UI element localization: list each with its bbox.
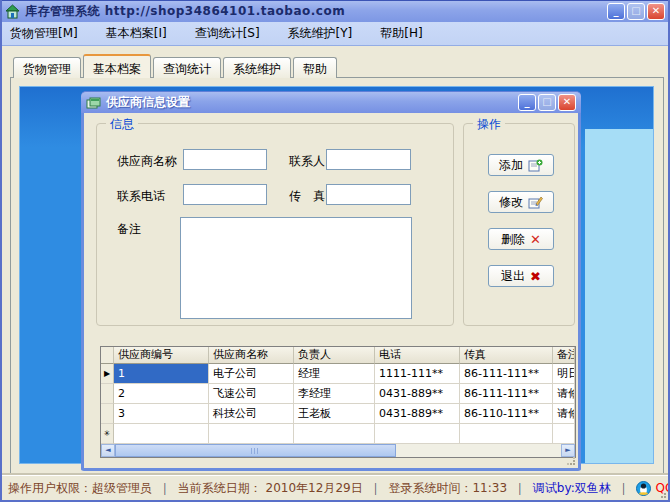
dialog-body: 信息 供应商名称 联系人 联系电话 传 真 备注 操作 添加 — [84, 113, 578, 468]
grid-col-phone[interactable]: 电话 — [375, 347, 460, 364]
form-icon — [86, 97, 101, 109]
grid-col-fax[interactable]: 传真 — [460, 347, 553, 364]
tabstrip: 货物管理 基本档案 查询统计 系统维护 帮助 — [13, 57, 339, 78]
row-current-marker[interactable]: ▶ — [101, 364, 114, 384]
ops-groupbox: 操作 添加 — [463, 123, 575, 326]
grid-header-row: 供应商编号 供应商名称 负责人 电话 传真 备注 — [101, 347, 575, 364]
scroll-left-arrow-icon[interactable]: ◄ — [101, 444, 115, 457]
grid-cell[interactable]: 明日 — [553, 364, 575, 384]
grid-cell[interactable]: 2 — [114, 384, 209, 404]
grid-cell[interactable]: 3 — [114, 404, 209, 424]
tab-query[interactable]: 查询统计 — [153, 57, 221, 78]
grid-col-remark[interactable]: 备注 — [553, 347, 575, 364]
grid-cell[interactable]: 0431-889** — [375, 404, 460, 424]
add-button[interactable]: 添加 — [488, 154, 554, 176]
delete-button[interactable]: 删除 ✕ — [488, 228, 554, 250]
grid-horizontal-scrollbar[interactable]: ◄ ► — [101, 444, 575, 457]
contact-input[interactable] — [326, 149, 411, 170]
grid-cell[interactable]: 请修 — [553, 384, 575, 404]
grid-cell[interactable] — [114, 424, 209, 444]
dialog-maximize-button[interactable]: □ — [538, 94, 556, 111]
modify-icon — [528, 196, 543, 209]
table-row: 2 飞速公司 李经理 0431-889** 86-111-111** 请修 — [101, 384, 575, 404]
grid-cell[interactable]: 科技公司 — [209, 404, 294, 424]
tab-system[interactable]: 系统维护 — [223, 57, 291, 78]
home-icon — [5, 4, 20, 19]
dialog-titlebar[interactable]: 供应商信息设置 _ □ ✕ — [81, 91, 581, 113]
scroll-right-arrow-icon[interactable]: ► — [561, 444, 575, 457]
grid-cell[interactable]: 1111-111** — [375, 364, 460, 384]
grid-cell[interactable]: 飞速公司 — [209, 384, 294, 404]
menu-query[interactable]: 查询统计[S] — [195, 25, 260, 42]
ops-group-label: 操作 — [473, 116, 505, 133]
exit-icon: ✖ — [530, 270, 541, 283]
status-separator: ｜ — [159, 480, 171, 497]
delete-icon: ✕ — [530, 233, 541, 246]
exit-button-label: 退出 — [501, 268, 525, 285]
remark-textarea[interactable] — [180, 217, 412, 319]
row-new-marker[interactable]: ✳ — [101, 424, 114, 444]
grid-cell[interactable] — [460, 424, 553, 444]
menu-system[interactable]: 系统维护[Y] — [288, 25, 353, 42]
supplier-dialog: 供应商信息设置 _ □ ✕ 信息 供应商名称 联系人 联系电话 传 真 — [81, 91, 581, 471]
grid-cell[interactable]: 0431-889** — [375, 384, 460, 404]
row-selector[interactable] — [101, 384, 114, 404]
status-permission: 操作用户权限：超级管理员 — [8, 480, 152, 497]
dialog-minimize-button[interactable]: _ — [518, 94, 536, 111]
status-separator: ｜ — [618, 480, 630, 497]
fax-label: 传 真 — [289, 188, 325, 205]
close-button[interactable]: ✕ — [647, 3, 665, 20]
grid-cell[interactable]: 经理 — [294, 364, 375, 384]
grid-cell[interactable]: 1 — [114, 364, 209, 384]
grid-col-supplier-id[interactable]: 供应商编号 — [114, 347, 209, 364]
grid-cell[interactable]: 86-111-111** — [460, 384, 553, 404]
info-group-label: 信息 — [106, 116, 138, 133]
status-login-time: 登录系统时间：11:33 — [388, 480, 507, 497]
grid-cell[interactable] — [209, 424, 294, 444]
supplier-name-label: 供应商名称 — [117, 153, 177, 170]
status-separator: ｜ — [370, 480, 382, 497]
status-separator: ｜ — [514, 480, 526, 497]
menu-archives[interactable]: 基本档案[I] — [106, 25, 167, 42]
menu-help[interactable]: 帮助[H] — [380, 25, 422, 42]
maximize-button[interactable]: □ — [627, 3, 645, 20]
tab-goods[interactable]: 货物管理 — [13, 57, 81, 78]
scrollbar-thumb[interactable] — [115, 444, 396, 457]
dialog-close-button[interactable]: ✕ — [558, 94, 576, 111]
status-qq: QQ:287307421 — [655, 481, 668, 495]
phone-input[interactable] — [183, 184, 267, 205]
scrollbar-track[interactable] — [115, 444, 561, 457]
exit-button[interactable]: 退出 ✖ — [488, 265, 554, 287]
info-groupbox: 信息 供应商名称 联系人 联系电话 传 真 备注 — [96, 123, 454, 326]
supplier-name-input[interactable] — [183, 149, 267, 170]
grid-col-manager[interactable]: 负责人 — [294, 347, 375, 364]
grid-cell[interactable]: 李经理 — [294, 384, 375, 404]
status-debug-author: 调试by:双鱼林 — [533, 480, 611, 497]
content-background-light — [585, 129, 653, 463]
menubar: 货物管理[M] 基本档案[I] 查询统计[S] 系统维护[Y] 帮助[H] — [0, 22, 670, 46]
grid-col-supplier-name[interactable]: 供应商名称 — [209, 347, 294, 364]
grid-cell[interactable]: 王老板 — [294, 404, 375, 424]
phone-label: 联系电话 — [117, 188, 165, 205]
main-titlebar[interactable]: 库存管理系统 http://shop34864101.taobao.com _ … — [0, 0, 670, 22]
grid-cell[interactable]: 86-111-111** — [460, 364, 553, 384]
statusbar-resize-grip[interactable] — [664, 496, 666, 498]
tab-archives[interactable]: 基本档案 — [83, 54, 151, 78]
fax-input[interactable] — [326, 184, 411, 205]
grid-cell[interactable] — [375, 424, 460, 444]
contact-label: 联系人 — [289, 153, 325, 170]
modify-button[interactable]: 修改 — [488, 191, 554, 213]
grid-cell[interactable]: 请修 — [553, 404, 575, 424]
grid-cell[interactable] — [553, 424, 575, 444]
table-row: 3 科技公司 王老板 0431-889** 86-110-111** 请修 — [101, 404, 575, 424]
row-selector[interactable] — [101, 404, 114, 424]
menu-goods[interactable]: 货物管理[M] — [10, 25, 78, 42]
grid-cell[interactable]: 电子公司 — [209, 364, 294, 384]
tab-page: 供应商信息设置 _ □ ✕ 信息 供应商名称 联系人 联系电话 传 真 — [10, 77, 664, 474]
grid-cell[interactable]: 86-110-111** — [460, 404, 553, 424]
resize-grip[interactable] — [573, 463, 575, 465]
minimize-button[interactable]: _ — [607, 3, 625, 20]
app-window: 库存管理系统 http://shop34864101.taobao.com _ … — [0, 0, 670, 502]
grid-cell[interactable] — [294, 424, 375, 444]
tab-help[interactable]: 帮助 — [293, 57, 337, 78]
